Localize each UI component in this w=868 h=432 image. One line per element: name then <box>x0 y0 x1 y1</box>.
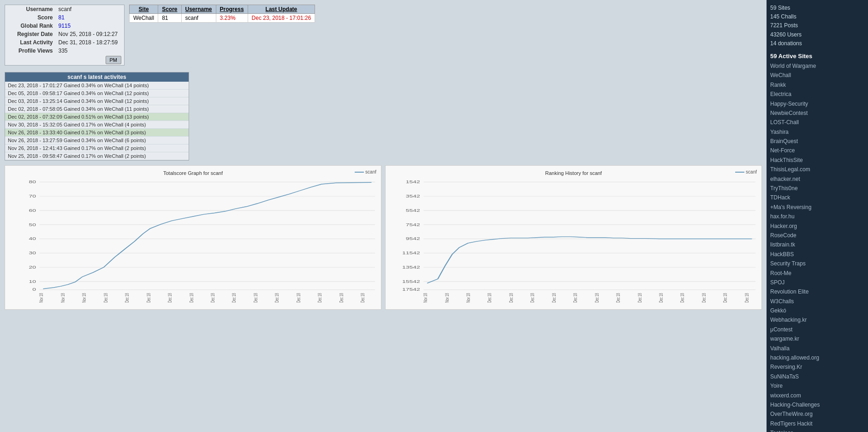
svg-text:20: 20 <box>29 265 36 270</box>
svg-text:5542: 5542 <box>406 208 420 212</box>
profile-table: Username scanf Score 81 Global Rank 9115… <box>5 5 125 66</box>
activity-item: Dec 02, 2018 - 07:32:09 Gained 0.51% on … <box>5 113 189 121</box>
sidebar-site-link[interactable]: listbrain.tk <box>770 240 864 249</box>
global-rank-link[interactable]: 9115 <box>59 23 71 29</box>
global-rank-label: Global Rank <box>5 22 56 30</box>
register-date-label: Register Date <box>5 30 56 38</box>
sidebar-site-link[interactable]: Yashira <box>770 127 864 137</box>
charts-container: Totalscore Graph for scanf scanf 80 70 <box>5 165 762 310</box>
svg-text:Dec 18: Dec 18 <box>508 293 514 303</box>
svg-text:Dec 18: Dec 18 <box>637 293 642 303</box>
ranking-row: WeChall 81 scanf 3.23% Dec 23, 2018 - 17… <box>130 14 315 23</box>
svg-text:Nov 18: Nov 18 <box>82 293 87 303</box>
svg-text:15542: 15542 <box>402 279 420 283</box>
svg-text:Dec 18: Dec 18 <box>360 293 365 303</box>
sidebar-site-link[interactable]: NewbieContest <box>770 108 864 118</box>
sidebar-site-link[interactable]: hacking.allowed.org <box>770 353 864 362</box>
sidebar-site-link[interactable]: TryThis0ne <box>770 184 864 193</box>
sidebar-site-link[interactable]: TDHack <box>770 193 864 202</box>
svg-text:Dec 18: Dec 18 <box>296 293 301 303</box>
sidebar-site-link[interactable]: RedTigers Hackit <box>770 419 864 428</box>
sidebar-site-link[interactable]: Revolution Elite <box>770 287 864 296</box>
col-score[interactable]: Score <box>158 5 181 14</box>
sidebar-site-link[interactable]: SuNiNaTaS <box>770 372 864 381</box>
col-progress[interactable]: Progress <box>216 5 248 14</box>
svg-text:Nov 18: Nov 18 <box>444 293 450 303</box>
col-site[interactable]: Site <box>130 5 158 14</box>
sidebar-site-link[interactable]: World of Wargame <box>770 61 864 71</box>
svg-text:Dec 18: Dec 18 <box>487 293 493 303</box>
totalscore-legend: scanf <box>355 169 376 174</box>
sidebar-site-link[interactable]: Webhacking.kr <box>770 315 864 324</box>
sidebar-site-link[interactable]: BrainQuest <box>770 137 864 146</box>
sidebar-site-link[interactable]: Electrica <box>770 90 864 99</box>
sidebar-stat: 7221 Posts <box>770 21 864 30</box>
sidebar-site-link[interactable]: Tasteless <box>770 428 864 432</box>
svg-text:Dec 18: Dec 18 <box>146 293 151 303</box>
sidebar-site-link[interactable]: Net-Force <box>770 146 864 155</box>
sidebar-site-link[interactable]: Yoire <box>770 381 864 390</box>
sidebar-site-link[interactable]: W3Challs <box>770 297 864 306</box>
sidebar-site-link[interactable]: Happy-Security <box>770 99 864 108</box>
sidebar-site-link[interactable]: HackBBS <box>770 250 864 259</box>
username-label: Username <box>5 5 56 14</box>
row-site: WeChall <box>130 14 158 23</box>
svg-text:50: 50 <box>29 222 36 227</box>
sidebar-site-link[interactable]: hax.for.hu <box>770 212 864 221</box>
ranking-legend: scanf <box>735 169 757 174</box>
sidebar-site-link[interactable]: SPOJ <box>770 278 864 287</box>
svg-text:Dec 18: Dec 18 <box>339 293 344 303</box>
row-username: scanf <box>181 14 216 23</box>
sidebar-stats: 59 Sites145 Challs7221 Posts43260 Users1… <box>770 4 864 48</box>
activity-item: Nov 30, 2018 - 15:32:05 Gained 0.17% on … <box>5 121 189 129</box>
svg-text:0: 0 <box>32 288 36 292</box>
svg-text:40: 40 <box>29 237 36 241</box>
ranking-table: Site Score Username Progress Last Update… <box>129 5 315 23</box>
col-last-update[interactable]: Last Update <box>248 5 315 14</box>
sidebar-site-link[interactable]: wargame.kr <box>770 334 864 343</box>
svg-text:Dec 18: Dec 18 <box>530 293 535 303</box>
username-value: scanf <box>59 6 72 12</box>
sidebar-site-link[interactable]: wixxerd.com <box>770 391 864 400</box>
svg-text:Nov 18: Nov 18 <box>60 293 65 303</box>
sidebar-site-link[interactable]: Gekkó <box>770 306 864 315</box>
sidebar-stat: 145 Challs <box>770 12 864 21</box>
ranking-chart: Ranking History for scanf scanf 1542 354… <box>385 165 762 310</box>
sidebar-site-link[interactable]: Reversing.Kr <box>770 362 864 372</box>
svg-text:Dec 18: Dec 18 <box>551 293 557 303</box>
sidebar-site-link[interactable]: Valhalla <box>770 344 864 353</box>
sidebar-site-link[interactable]: elhacker.net <box>770 174 864 184</box>
sidebar-site-link[interactable]: +Ma's Reversing <box>770 203 864 212</box>
activity-item: Dec 03, 2018 - 13:25:14 Gained 0.34% on … <box>5 97 189 105</box>
svg-text:Dec 18: Dec 18 <box>701 293 707 303</box>
sidebar-site-link[interactable]: WeChall <box>770 71 864 80</box>
sidebar-site-link[interactable]: HackThisSite <box>770 156 864 165</box>
svg-text:10: 10 <box>29 279 36 283</box>
score-link[interactable]: 81 <box>59 14 65 21</box>
sidebar-site-link[interactable]: LOST-Chall <box>770 118 864 127</box>
profile-views-label: Profile Views <box>5 47 56 55</box>
activity-item: Nov 26, 2018 - 13:33:40 Gained 0.17% on … <box>5 129 189 137</box>
sidebar-site-link[interactable]: OverTheWire.org <box>770 409 864 419</box>
col-username[interactable]: Username <box>181 5 216 14</box>
totalscore-title: Totalscore Graph for scanf <box>7 170 379 176</box>
pm-button[interactable]: PM <box>106 56 122 64</box>
sidebar-site-link[interactable]: μContest <box>770 325 864 334</box>
svg-text:Dec 18: Dec 18 <box>232 293 237 303</box>
sidebar-site-link[interactable]: Root-Me <box>770 269 864 278</box>
svg-text:Dec 18: Dec 18 <box>103 293 108 303</box>
sidebar-site-link[interactable]: ThisisLegal.com <box>770 165 864 174</box>
sidebar-site-link[interactable]: Hacking-Challenges <box>770 400 864 409</box>
activity-item: Nov 26, 2018 - 13:27:59 Gained 0.34% on … <box>5 137 189 144</box>
sidebar-site-link[interactable]: Hacker.org <box>770 222 864 231</box>
activity-item: Nov 26, 2018 - 12:41:43 Gained 0.17% on … <box>5 144 189 152</box>
sidebar-site-link[interactable]: Rankk <box>770 80 864 90</box>
svg-text:17542: 17542 <box>402 288 420 292</box>
sidebar-site-link[interactable]: Security Traps <box>770 259 864 268</box>
sidebar-stat: 43260 Users <box>770 30 864 39</box>
profile-views-value: 335 <box>56 47 125 55</box>
sidebar-site-link[interactable]: RoseCode <box>770 231 864 240</box>
ranking-svg: 1542 3542 5542 7542 9542 11542 13542 155… <box>388 178 759 307</box>
activity-item: Dec 23, 2018 - 17:01:27 Gained 0.34% on … <box>5 82 189 90</box>
svg-text:Dec 18: Dec 18 <box>573 293 578 303</box>
